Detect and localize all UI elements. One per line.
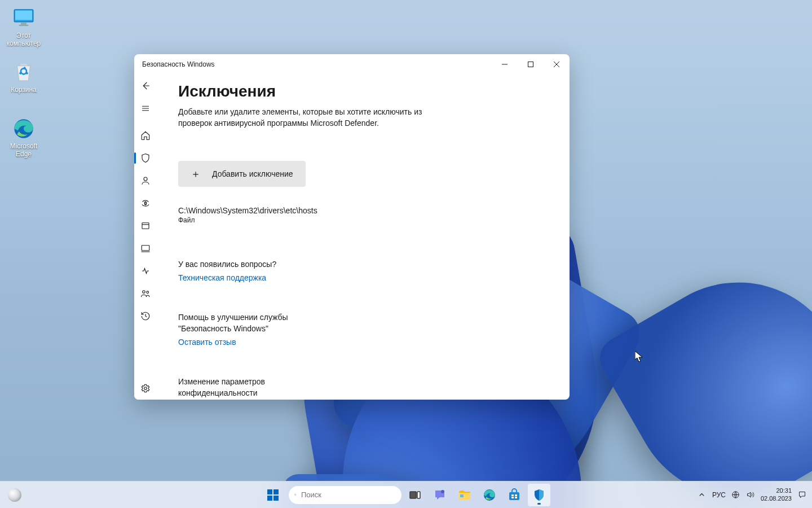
svg-rect-24 (273, 496, 279, 501)
back-button[interactable] (134, 75, 156, 97)
feedback-link[interactable]: Оставить отзыв (178, 338, 236, 347)
svg-rect-27 (410, 492, 416, 498)
svg-rect-28 (417, 492, 420, 498)
taskbar-search[interactable] (289, 486, 401, 504)
svg-point-18 (142, 291, 145, 294)
improve-heading: Помощь в улучшении службы "Безопасность … (178, 312, 325, 334)
tray-clock[interactable]: 20:31 02.08.2023 (761, 487, 792, 502)
svg-rect-22 (273, 489, 279, 494)
svg-rect-36 (511, 497, 514, 498)
svg-rect-33 (509, 492, 519, 500)
search-icon (294, 491, 297, 499)
svg-rect-6 (528, 62, 533, 67)
svg-rect-21 (267, 489, 272, 494)
svg-point-20 (144, 387, 147, 390)
svg-point-19 (146, 291, 148, 294)
sidebar-family-options[interactable] (134, 282, 156, 305)
help-link[interactable]: Техническая поддержка (178, 273, 266, 282)
help-heading: У вас появились вопросы? (178, 259, 325, 270)
sidebar-home[interactable] (134, 124, 156, 147)
monitor-icon (12, 7, 35, 29)
edge-icon (12, 117, 35, 140)
sidebar-protection-history[interactable] (134, 305, 156, 327)
maximize-button[interactable] (518, 54, 544, 75)
sidebar-virus-protection[interactable] (134, 147, 156, 169)
page-title: Исключения (178, 82, 553, 100)
svg-rect-35 (515, 494, 517, 496)
sidebar-device-performance[interactable] (134, 260, 156, 282)
mouse-cursor (635, 351, 644, 365)
minimize-button[interactable] (492, 54, 518, 75)
start-button[interactable] (262, 484, 284, 506)
sidebar-settings[interactable] (134, 377, 156, 400)
svg-rect-1 (15, 11, 32, 20)
add-exclusion-button[interactable]: ＋ Добавить исключение (178, 161, 306, 187)
taskbar-store[interactable] (503, 484, 526, 506)
plus-icon: ＋ (191, 167, 201, 181)
desktop-icon-this-pc[interactable]: Этот компьютер (2, 7, 45, 47)
tray-network-icon[interactable] (731, 491, 740, 500)
svg-point-12 (144, 177, 147, 181)
taskbar-edge[interactable] (478, 484, 501, 506)
desktop-icon-label: Корзина (11, 86, 37, 94)
add-exclusion-label: Добавить исключение (212, 169, 293, 178)
svg-rect-23 (267, 496, 272, 501)
svg-rect-3 (19, 25, 29, 27)
desktop-icon-label: Microsoft Edge (10, 142, 38, 158)
sidebar-device-security[interactable] (134, 237, 156, 260)
taskbar-security[interactable] (528, 484, 550, 506)
privacy-heading: Изменение параметров конфиденциальности (178, 376, 325, 398)
svg-rect-31 (460, 494, 464, 497)
taskbar: РУС 20:31 02.08.2023 (0, 481, 812, 508)
desktop-wallpaper[interactable]: Этот компьютер Корзина Microsoft Edge Бе… (0, 0, 812, 508)
titlebar[interactable]: Безопасность Windows (134, 54, 570, 75)
taskbar-weather[interactable] (8, 488, 21, 502)
tray-time: 20:31 (761, 487, 792, 494)
sidebar (134, 75, 157, 400)
window-title: Безопасность Windows (142, 60, 215, 68)
content-pane: Исключения Добавьте или удалите элементы… (157, 75, 570, 400)
weather-icon (8, 488, 21, 502)
close-button[interactable] (544, 54, 570, 75)
svg-rect-34 (511, 494, 514, 496)
system-tray: РУС 20:31 02.08.2023 (698, 487, 806, 502)
hamburger-button[interactable] (134, 97, 156, 120)
svg-point-25 (295, 494, 296, 495)
exclusion-path: C:\Windows\System32\drivers\etc\hosts (178, 206, 553, 215)
privacy-section: Изменение параметров конфиденциальности (178, 376, 553, 398)
svg-rect-16 (142, 246, 149, 251)
svg-line-26 (296, 495, 297, 496)
exclusion-type: Файл (178, 216, 553, 224)
search-input[interactable] (301, 491, 396, 499)
taskbar-chat[interactable] (429, 484, 451, 506)
page-subtitle: Добавьте или удалите элементы, которые в… (178, 106, 443, 129)
svg-rect-37 (515, 497, 517, 498)
tray-language[interactable]: РУС (712, 491, 726, 499)
svg-point-13 (144, 203, 146, 204)
desktop-icon-edge[interactable]: Microsoft Edge (2, 117, 45, 158)
svg-rect-2 (21, 23, 27, 24)
security-window: Безопасность Windows (134, 54, 570, 400)
help-section: У вас появились вопросы? Техническая под… (178, 259, 553, 283)
taskbar-explorer[interactable] (453, 484, 476, 506)
sidebar-account-protection[interactable] (134, 169, 156, 192)
tray-chevron-up-icon[interactable] (698, 491, 707, 500)
sidebar-firewall[interactable] (134, 192, 156, 214)
task-view-button[interactable] (404, 484, 426, 506)
improve-section: Помощь в улучшении службы "Безопасность … (178, 312, 553, 347)
sidebar-app-browser-control[interactable] (134, 214, 156, 237)
tray-date: 02.08.2023 (761, 495, 792, 502)
tray-volume-icon[interactable] (746, 491, 755, 500)
recycle-bin-icon (12, 61, 35, 84)
svg-rect-14 (142, 223, 149, 229)
svg-point-29 (441, 490, 444, 493)
desktop-icon-recycle-bin[interactable]: Корзина (2, 61, 45, 94)
desktop-icon-label: Этот компьютер (7, 32, 41, 47)
exclusion-item[interactable]: C:\Windows\System32\drivers\etc\hosts Фа… (178, 206, 553, 224)
tray-notifications-icon[interactable] (797, 491, 806, 500)
